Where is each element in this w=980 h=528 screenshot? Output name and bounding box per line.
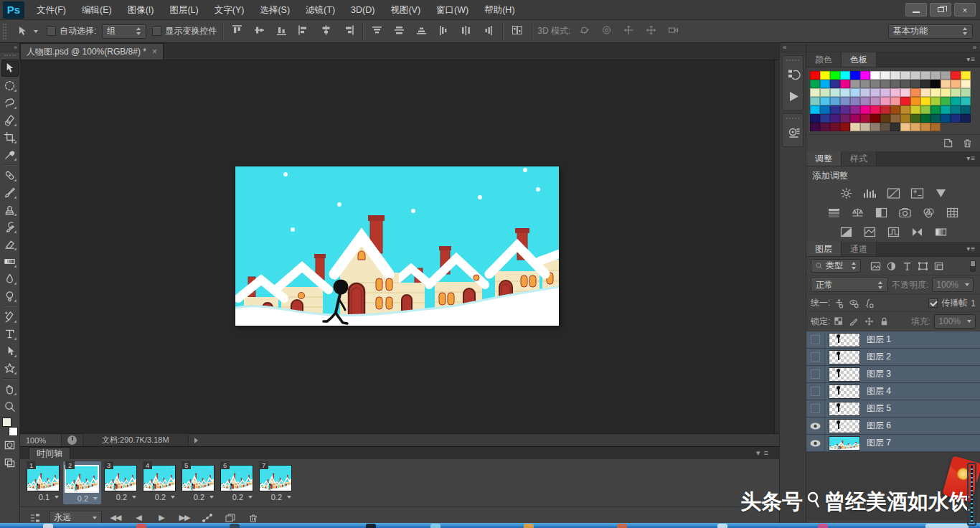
fill-field[interactable]: 100% [934, 314, 976, 329]
3d-slide-icon[interactable] [643, 23, 659, 39]
auto-align-layers-icon[interactable] [509, 23, 525, 39]
menu-layer[interactable]: 图层(L) [161, 0, 206, 20]
color-swatch[interactable] [860, 80, 870, 88]
visibility-toggle[interactable] [806, 366, 825, 382]
lasso-tool[interactable] [1, 94, 19, 111]
color-swatch[interactable] [900, 80, 910, 88]
color-swatch[interactable] [920, 97, 930, 105]
history-panel-icon[interactable] [783, 65, 804, 85]
auto-select-target-dropdown[interactable]: 组 [102, 24, 146, 39]
zoom-level-field[interactable]: 100% [20, 434, 62, 446]
visibility-toggle[interactable] [806, 383, 825, 400]
color-swatch[interactable] [820, 71, 830, 80]
menu-file[interactable]: 文件(F) [29, 0, 74, 20]
channel-mixer-icon[interactable] [920, 206, 938, 220]
color-swatch[interactable] [941, 97, 951, 105]
status-menu-arrow[interactable] [194, 438, 198, 443]
brush-tool[interactable] [1, 184, 19, 201]
color-swatch[interactable] [810, 105, 820, 114]
visibility-toggle[interactable] [806, 349, 825, 365]
distribute-horizontal-centers-icon[interactable] [458, 23, 474, 39]
color-swatch[interactable] [870, 88, 880, 97]
selective-color-icon[interactable] [908, 225, 925, 239]
menu-window[interactable]: 窗口(W) [428, 0, 476, 20]
blur-tool[interactable] [1, 270, 19, 287]
levels-icon[interactable] [861, 187, 878, 200]
color-swatch[interactable] [810, 97, 820, 105]
color-swatch[interactable] [941, 88, 951, 97]
color-swatch[interactable] [910, 123, 920, 131]
color-swatch[interactable] [890, 71, 900, 80]
eyedropper-tool[interactable] [1, 146, 19, 163]
layer-name[interactable]: 图层 3 [867, 368, 891, 380]
color-swatch[interactable] [870, 71, 880, 80]
align-left-icon[interactable] [296, 23, 312, 39]
layer-name[interactable]: 图层 1 [867, 334, 891, 346]
color-swatch[interactable] [930, 88, 941, 97]
dock-collapse-handle[interactable]: « [780, 43, 806, 52]
marquee-tool[interactable] [1, 77, 19, 94]
auto-select-checkbox[interactable] [47, 27, 56, 36]
visibility-toggle[interactable] [806, 418, 825, 434]
color-swatch[interactable] [941, 71, 951, 80]
propagate-frame-checkbox[interactable] [928, 298, 938, 308]
visibility-toggle[interactable] [806, 435, 825, 451]
color-swatch[interactable] [900, 123, 910, 131]
color-swatch[interactable] [920, 71, 930, 80]
tab-layers[interactable]: 图层 [806, 242, 842, 256]
swatch-grid[interactable] [806, 67, 980, 134]
canvas-vertical-scrollbar[interactable] [774, 60, 779, 433]
posterize-icon[interactable] [861, 225, 878, 239]
color-swatch[interactable] [830, 97, 840, 105]
lock-all-icon[interactable] [879, 316, 890, 326]
visibility-toggle[interactable] [806, 331, 825, 348]
menu-edit[interactable]: 编辑(E) [74, 0, 120, 20]
minimize-button[interactable] [905, 3, 927, 16]
color-swatch[interactable] [850, 114, 860, 123]
color-swatch[interactable] [890, 114, 900, 123]
restore-button[interactable] [930, 3, 951, 16]
foreground-color-swatch[interactable] [2, 418, 11, 427]
menu-filter[interactable]: 滤镜(T) [298, 0, 343, 20]
menu-3d[interactable]: 3D(D) [343, 0, 382, 20]
color-balance-icon[interactable] [849, 206, 867, 220]
color-swatch[interactable] [860, 71, 870, 80]
color-swatch[interactable] [840, 97, 850, 105]
timeline-frame-5[interactable]: 5 0.2 [179, 461, 217, 504]
layers-panel-menu-icon[interactable]: ▾≡ [966, 245, 976, 253]
layer-row-4[interactable]: 图层 4 [806, 383, 980, 400]
3d-orbit-icon[interactable] [576, 23, 593, 39]
color-swatch[interactable] [840, 123, 850, 131]
foreground-background-colors[interactable] [1, 418, 19, 436]
filter-smart-objects-icon[interactable] [933, 261, 944, 271]
lock-pixels-icon[interactable] [849, 316, 859, 326]
3d-roll-icon[interactable] [598, 23, 615, 39]
layer-thumbnail[interactable] [829, 350, 860, 364]
color-swatch[interactable] [961, 114, 971, 123]
color-swatch[interactable] [810, 88, 820, 97]
show-transform-checkbox[interactable] [152, 27, 161, 36]
filtering-toggle[interactable] [970, 260, 976, 272]
dodge-tool[interactable] [1, 287, 19, 304]
healing-brush-tool[interactable] [1, 166, 19, 184]
layer-name[interactable]: 图层 6 [867, 420, 891, 432]
new-swatch-icon[interactable] [943, 138, 953, 148]
menu-help[interactable]: 帮助(H) [476, 0, 522, 20]
color-swatch[interactable] [941, 114, 951, 123]
layer-row-7[interactable]: 图层 7 [806, 435, 980, 452]
color-swatch[interactable] [910, 80, 920, 88]
color-swatch[interactable] [961, 97, 971, 105]
exposure-icon[interactable] [908, 187, 925, 200]
color-swatch[interactable] [850, 88, 860, 97]
color-swatch[interactable] [890, 88, 900, 97]
color-swatch[interactable] [820, 97, 830, 105]
3d-camera-icon[interactable] [665, 23, 682, 39]
color-swatch[interactable] [880, 88, 890, 97]
color-swatch[interactable] [930, 71, 941, 80]
menu-view[interactable]: 视图(V) [382, 0, 428, 20]
color-swatch[interactable] [810, 114, 820, 123]
layer-thumbnail[interactable] [829, 402, 860, 416]
color-swatch[interactable] [820, 88, 830, 97]
close-button[interactable]: × [954, 3, 976, 16]
path-selection-tool[interactable] [1, 342, 19, 359]
